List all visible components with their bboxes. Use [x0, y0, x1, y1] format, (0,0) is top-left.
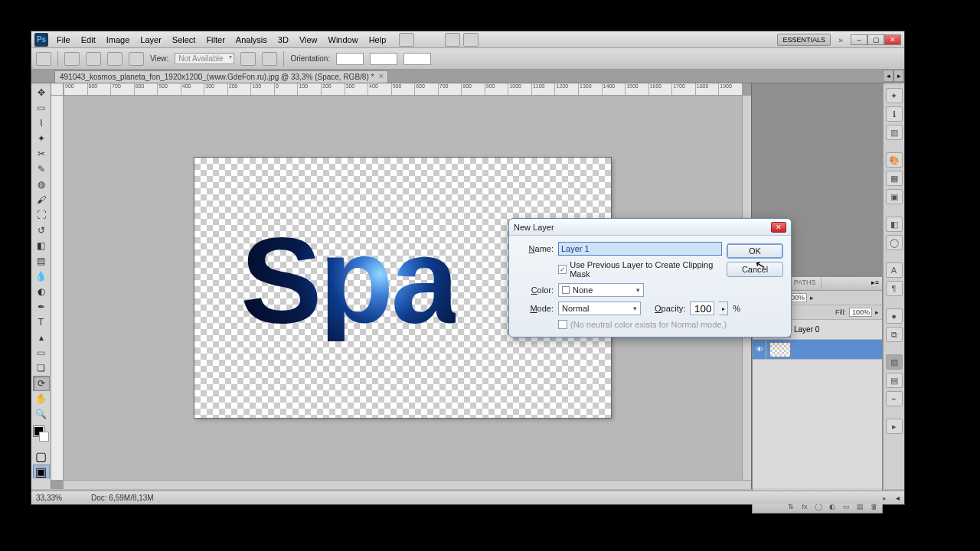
- menu-image[interactable]: Image: [101, 35, 136, 44]
- panel-menu-icon[interactable]: ▸≡: [868, 277, 882, 290]
- histogram-icon[interactable]: ▥: [886, 125, 903, 140]
- close-icon[interactable]: ✕: [884, 34, 901, 45]
- rotate-icon[interactable]: [64, 52, 80, 66]
- channels-icon[interactable]: ▤: [886, 373, 903, 388]
- shape-tool-icon[interactable]: ▭: [33, 345, 50, 360]
- paths-dock-icon[interactable]: ⌁: [886, 391, 903, 406]
- clone-source-icon[interactable]: ⧉: [886, 327, 903, 342]
- magic-wand-tool-icon[interactable]: ✦: [33, 131, 50, 146]
- tab-nav-right-icon[interactable]: ▸: [893, 70, 904, 82]
- orientation-field-3[interactable]: [403, 53, 431, 65]
- workspace-essentials-button[interactable]: ESSENTIALS: [777, 34, 831, 46]
- view-dropdown[interactable]: Not Available: [175, 53, 234, 64]
- tool-preset-icon[interactable]: [36, 52, 51, 66]
- fill-label: Fill:: [835, 308, 846, 316]
- minimize-icon[interactable]: –: [851, 34, 867, 45]
- fill-field[interactable]: 100%: [849, 308, 872, 317]
- cancel-button[interactable]: Cancel: [727, 262, 783, 277]
- mode-dropdown[interactable]: Normal: [558, 302, 641, 315]
- adjust-icon[interactable]: ◧: [886, 217, 903, 232]
- orientation-field-1[interactable]: [336, 53, 364, 65]
- character-icon[interactable]: A: [886, 262, 903, 278]
- styles-icon[interactable]: ▣: [886, 189, 903, 204]
- type-tool-icon[interactable]: T: [33, 315, 50, 330]
- grid-icon[interactable]: [463, 33, 479, 47]
- zoom-tool-icon[interactable]: 🔍: [33, 406, 50, 422]
- menu-edit[interactable]: Edit: [76, 35, 101, 44]
- color-swatches[interactable]: [31, 425, 51, 448]
- healing-tool-icon[interactable]: ◍: [33, 177, 50, 192]
- ruler-mark: 100: [297, 83, 321, 95]
- eraser-tool-icon[interactable]: ◧: [33, 238, 50, 253]
- hand-tool-icon[interactable]: ✋: [33, 391, 50, 406]
- chevron-right-icon[interactable]: »: [834, 34, 848, 45]
- refine-icon[interactable]: [240, 52, 256, 66]
- gradient-tool-icon[interactable]: ▤: [33, 253, 50, 269]
- fill-arrow-icon[interactable]: ▸: [875, 308, 879, 316]
- info-icon[interactable]: ℹ: [886, 106, 903, 122]
- quick-mask-on-icon[interactable]: ▣: [33, 465, 50, 478]
- tab-paths[interactable]: PATHS: [789, 277, 822, 290]
- menu-3d[interactable]: 3D: [273, 35, 294, 44]
- orientation-field-2[interactable]: [370, 53, 397, 65]
- history-brush-tool-icon[interactable]: ↺: [33, 223, 50, 238]
- dialog-titlebar[interactable]: New Layer ✕: [509, 219, 791, 236]
- maximize-icon[interactable]: ▢: [867, 34, 884, 45]
- menu-file[interactable]: File: [51, 35, 76, 44]
- dodge-tool-icon[interactable]: ◐: [33, 284, 50, 299]
- navigator-icon[interactable]: ✦: [886, 88, 903, 103]
- layers-dock-icon[interactable]: ▥: [886, 354, 903, 370]
- ok-button[interactable]: OK: [727, 243, 783, 259]
- blur-tool-icon[interactable]: 💧: [33, 269, 50, 284]
- rotate-3d-tool-icon[interactable]: ⟳: [33, 376, 50, 391]
- horizontal-scrollbar[interactable]: [64, 480, 751, 489]
- dialog-opacity-input[interactable]: [690, 302, 714, 315]
- tab-nav-left-icon[interactable]: ◂: [883, 70, 893, 82]
- brush-presets-icon[interactable]: ●: [886, 308, 903, 324]
- status-left-icon[interactable]: ◂: [896, 494, 900, 502]
- masks-icon[interactable]: ◯: [886, 235, 903, 250]
- screen-mode-icon[interactable]: [399, 33, 414, 47]
- brush-tool-icon[interactable]: 🖌: [33, 192, 50, 207]
- reflect-icon[interactable]: [86, 52, 101, 66]
- status-arrow-icon[interactable]: ▸: [883, 494, 887, 502]
- gear-icon[interactable]: [262, 52, 277, 66]
- menu-help[interactable]: Help: [364, 35, 392, 44]
- flip-icon[interactable]: [107, 52, 122, 66]
- color-icon[interactable]: 🎨: [886, 152, 903, 168]
- menu-window[interactable]: Window: [323, 35, 364, 44]
- name-input[interactable]: [558, 242, 722, 256]
- menu-filter[interactable]: Filter: [201, 35, 230, 44]
- menu-view[interactable]: View: [294, 35, 323, 44]
- zoom-value[interactable]: 33,33%: [36, 494, 82, 502]
- lasso-tool-icon[interactable]: ⌇: [33, 116, 50, 131]
- opacity-arrow-icon[interactable]: ▸: [810, 294, 814, 302]
- background-swatch[interactable]: [39, 432, 49, 442]
- dialog-close-icon[interactable]: ✕: [771, 222, 786, 233]
- actions-icon[interactable]: ▸: [886, 419, 903, 434]
- move-tool-icon[interactable]: ✥: [33, 85, 50, 100]
- menu-layer[interactable]: Layer: [135, 35, 167, 44]
- layer-row[interactable]: 👁: [753, 340, 882, 360]
- marquee-tool-icon[interactable]: ▭: [33, 100, 50, 116]
- 3d-tool-icon[interactable]: ❏: [33, 360, 50, 376]
- eyedropper-tool-icon[interactable]: ✎: [33, 161, 50, 177]
- document-tab[interactable]: 491043_kosmos_planeta_fon_1920x1200_(www…: [54, 70, 388, 83]
- stamp-tool-icon[interactable]: ⛶: [33, 207, 50, 223]
- color-dropdown[interactable]: None: [558, 283, 644, 297]
- swatches-icon[interactable]: ▦: [886, 171, 903, 186]
- close-tab-icon[interactable]: ✕: [378, 73, 384, 80]
- visibility-icon[interactable]: 👁: [753, 340, 766, 359]
- clipping-mask-checkbox[interactable]: ✓: [558, 265, 567, 274]
- pen-tool-icon[interactable]: ✒: [33, 299, 50, 315]
- refresh-icon[interactable]: [129, 52, 144, 66]
- arrange-docs-icon[interactable]: [445, 33, 460, 47]
- paragraph-icon[interactable]: ¶: [886, 281, 903, 296]
- menu-analysis[interactable]: Analysis: [230, 35, 273, 44]
- opacity-spinner-icon[interactable]: ▸: [719, 302, 728, 315]
- layer-thumbnail[interactable]: [769, 342, 791, 357]
- path-select-tool-icon[interactable]: ▴: [33, 330, 50, 345]
- menu-select[interactable]: Select: [167, 35, 201, 44]
- crop-tool-icon[interactable]: ✂: [33, 146, 50, 161]
- quick-mask-off-icon[interactable]: ▢: [33, 449, 50, 463]
